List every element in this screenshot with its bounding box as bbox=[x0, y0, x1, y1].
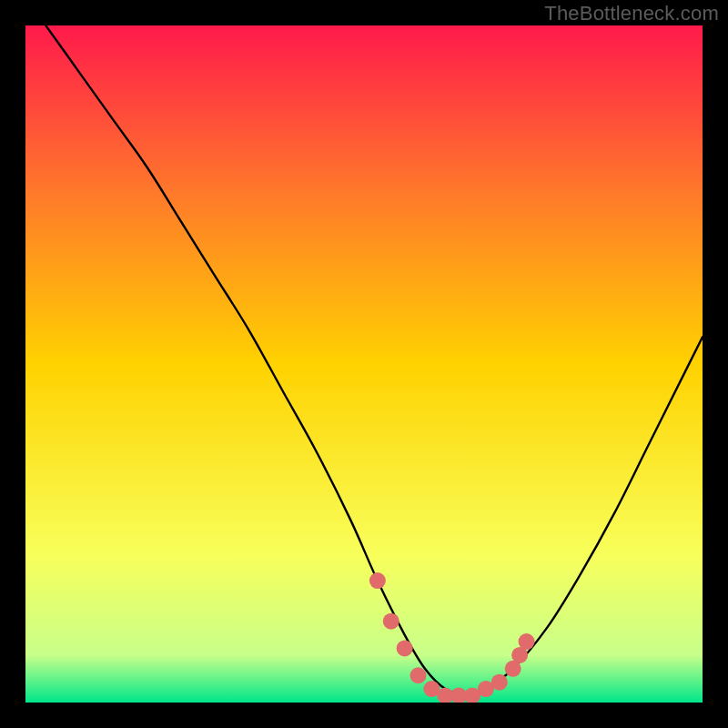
chart-svg bbox=[25, 25, 703, 703]
highlight-dot bbox=[397, 640, 413, 656]
highlight-dot bbox=[519, 633, 535, 650]
chart-plot-area bbox=[25, 25, 703, 703]
highlight-dot bbox=[410, 667, 427, 683]
chart-frame: TheBottleneck.com bbox=[0, 0, 728, 728]
highlight-dot bbox=[383, 613, 399, 630]
watermark-text: TheBottleneck.com bbox=[544, 2, 719, 25]
highlight-dot bbox=[491, 674, 508, 691]
gradient-background bbox=[25, 25, 703, 703]
highlight-dot bbox=[369, 572, 386, 589]
